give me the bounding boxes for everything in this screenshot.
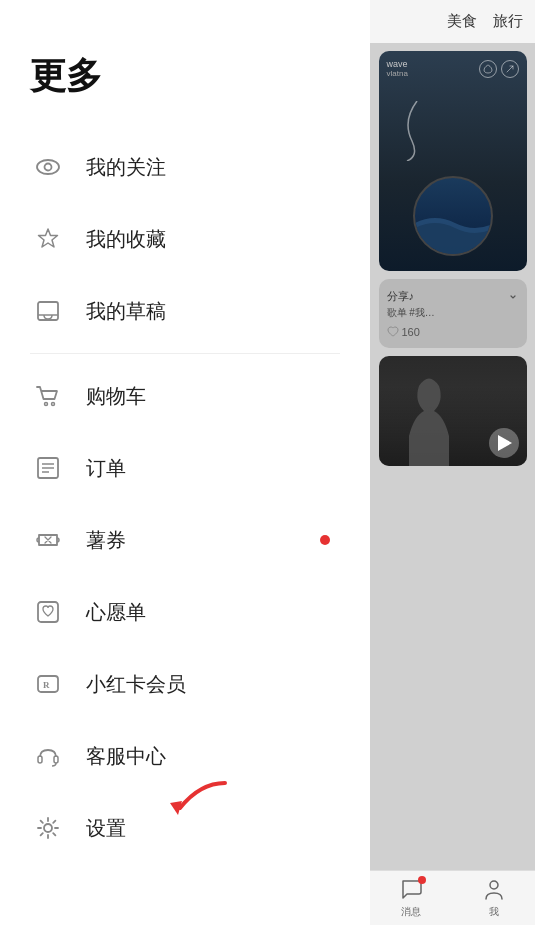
card1-subtitle: vlatna	[387, 69, 408, 78]
sidebar-item-label: 我的收藏	[86, 226, 166, 253]
me-icon	[483, 878, 505, 900]
inbox-icon	[30, 293, 66, 329]
tab-food[interactable]: 美食	[443, 10, 481, 33]
sidebar-item-label: 我的草稿	[86, 298, 166, 325]
svg-point-17	[44, 824, 52, 832]
sidebar-item-coupons[interactable]: 薯券	[0, 504, 370, 576]
sidebar-item-label: 薯券	[86, 527, 126, 554]
content-card-3[interactable]	[379, 356, 527, 466]
svg-text:R: R	[43, 680, 50, 690]
tab-travel[interactable]: 旅行	[489, 10, 527, 33]
card2-header: 分享♪	[387, 289, 519, 304]
card3-play-btn[interactable]	[489, 428, 519, 458]
sidebar-item-label: 购物车	[86, 383, 146, 410]
sidebar-item-my-drafts[interactable]: 我的草稿	[0, 275, 370, 347]
settings-arrow-indicator	[140, 773, 240, 837]
svg-rect-3	[38, 302, 58, 320]
nav-me-label: 我	[483, 905, 505, 919]
card2-subtitle: 歌单 #我…	[387, 306, 519, 320]
sidebar-item-label: 设置	[86, 815, 126, 842]
sidebar-item-label: 订单	[86, 455, 126, 482]
sidebar-item-shopping-cart[interactable]: 购物车	[0, 360, 370, 432]
svg-marker-2	[39, 229, 58, 247]
wishlist-icon	[30, 594, 66, 630]
card2-chevron-icon	[507, 291, 519, 303]
svg-point-5	[45, 403, 48, 406]
sidebar-item-label: 客服中心	[86, 743, 166, 770]
star-icon	[30, 221, 66, 257]
cart-icon	[30, 378, 66, 414]
membership-icon: R	[30, 666, 66, 702]
category-tabs: 美食 旅行	[370, 0, 535, 43]
card1-header: wave vlatna	[379, 59, 527, 78]
svg-rect-15	[38, 756, 42, 763]
nav-messages-label: 消息	[400, 905, 422, 919]
content-card-1[interactable]: wave vlatna	[379, 51, 527, 271]
svg-rect-16	[54, 756, 58, 763]
likes-count: 160	[402, 326, 420, 338]
content-card-2[interactable]: 分享♪ 歌单 #我… 160	[379, 279, 527, 348]
sidebar-item-orders[interactable]: 订单	[0, 432, 370, 504]
nav-messages[interactable]: 消息	[400, 878, 422, 919]
sidebar-item-label: 我的关注	[86, 154, 166, 181]
sidebar-item-my-favorites[interactable]: 我的收藏	[0, 203, 370, 275]
svg-point-1	[45, 164, 52, 171]
eye-icon	[30, 149, 66, 185]
bottom-navigation: 消息 我	[370, 870, 535, 925]
wave-circle	[413, 176, 493, 256]
menu-divider	[30, 353, 340, 354]
nav-me[interactable]: 我	[483, 878, 505, 919]
svg-point-6	[52, 403, 55, 406]
svg-rect-12	[38, 602, 58, 622]
headset-icon	[30, 738, 66, 774]
order-icon	[30, 450, 66, 486]
wave-line-decoration	[397, 101, 427, 165]
coupon-icon	[30, 522, 66, 558]
sidebar-item-label: 心愿单	[86, 599, 146, 626]
sidebar-item-wishlist[interactable]: 心愿单	[0, 576, 370, 648]
messages-icon-wrap	[400, 878, 422, 903]
coupon-badge	[320, 535, 330, 545]
card2-likes: 160	[387, 326, 519, 338]
svg-point-19	[490, 881, 498, 889]
card3-silhouette	[389, 366, 469, 466]
svg-point-0	[37, 160, 59, 174]
sidebar-item-membership[interactable]: R 小红卡会员	[0, 648, 370, 720]
messages-badge	[418, 876, 426, 884]
card2-share-text: 分享♪	[387, 289, 415, 304]
card1-follow-icon[interactable]	[479, 60, 497, 78]
card1-username: wave	[387, 59, 408, 69]
right-background-panel: 美食 旅行 wave vlatna	[370, 0, 535, 925]
page-title: 更多	[0, 0, 370, 131]
sidebar-item-my-follow[interactable]: 我的关注	[0, 131, 370, 203]
sidebar-item-label: 小红卡会员	[86, 671, 186, 698]
gear-icon	[30, 810, 66, 846]
card1-share-icon[interactable]	[501, 60, 519, 78]
card1-user-info: wave vlatna	[387, 59, 408, 78]
card1-action-icons	[479, 60, 519, 78]
